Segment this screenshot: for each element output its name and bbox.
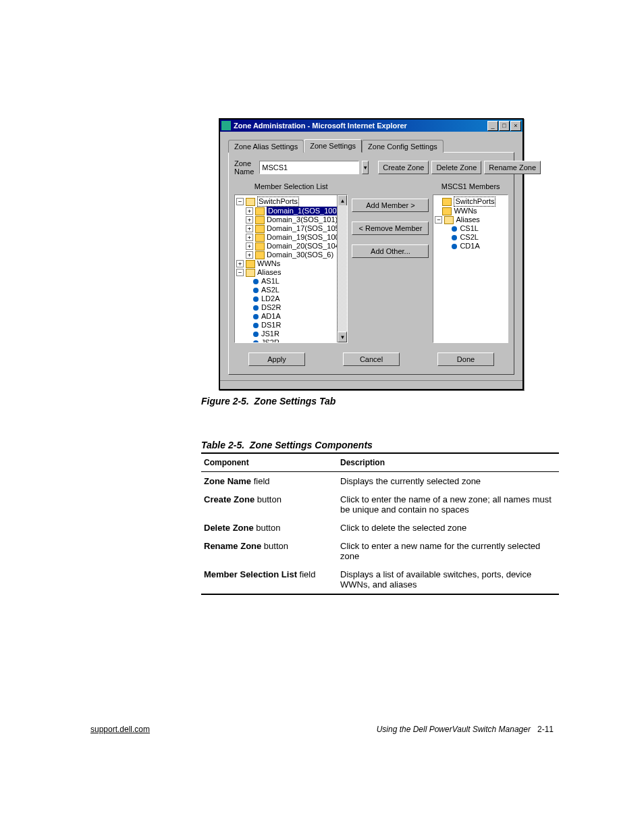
tree-alias[interactable]: AD1A xyxy=(261,312,281,321)
tree-domain-17[interactable]: Domain_17(SOS_105) xyxy=(267,224,342,233)
alias-dot-icon xyxy=(253,332,259,337)
member-selection-list[interactable]: −SwitchPorts +Domain_1(SOS_100) +Domain_… xyxy=(234,194,348,343)
alias-dot-icon xyxy=(253,279,259,284)
titlebar: Zone Administration - Microsoft Internet… xyxy=(220,120,522,132)
tree-aliases[interactable]: Aliases xyxy=(257,268,281,277)
folder-open-icon xyxy=(444,216,454,224)
members-header: MSCS1 Members xyxy=(433,182,508,190)
folder-icon xyxy=(442,198,452,206)
statusbar xyxy=(220,380,522,389)
remove-member-button[interactable]: < Remove Member xyxy=(352,221,429,235)
member-switchports[interactable]: SwitchPorts xyxy=(454,197,495,207)
table-row: Delete Zone button Click to delete the s… xyxy=(201,519,559,537)
alias-dot-icon xyxy=(253,314,259,319)
col-description: Description xyxy=(338,453,559,472)
folder-icon xyxy=(255,207,265,215)
table-row: Member Selection List field Displays a l… xyxy=(201,565,559,594)
tree-alias[interactable]: JS2R xyxy=(261,338,279,343)
tree-domain-19[interactable]: Domain_19(SOS_1000) xyxy=(267,233,346,242)
folder-icon xyxy=(442,207,452,215)
components-table: Component Description Zone Name field Di… xyxy=(201,452,559,595)
scroll-down-icon[interactable]: ▼ xyxy=(338,332,347,342)
col-component: Component xyxy=(201,453,338,472)
footer-url: support.dell.com xyxy=(90,725,150,734)
alias-dot-icon xyxy=(452,226,457,232)
alias-dot-icon xyxy=(452,235,457,240)
alias-dot-icon xyxy=(253,305,259,311)
expand-icon[interactable]: + xyxy=(246,216,253,224)
delete-zone-button[interactable]: Delete Zone xyxy=(431,161,481,174)
maximize-button[interactable]: □ xyxy=(499,121,510,131)
expand-icon[interactable]: + xyxy=(246,225,253,232)
tree-alias[interactable]: AS2L xyxy=(261,286,279,294)
rename-zone-button[interactable]: Rename Zone xyxy=(484,161,541,174)
member-wwns[interactable]: WWNs xyxy=(454,207,477,215)
tabs: Zone Alias Settings Zone Settings Zone C… xyxy=(228,138,514,152)
member-selection-header: Member Selection List xyxy=(234,182,348,190)
zone-name-field[interactable] xyxy=(259,161,359,174)
table-row: Zone Name field Displays the currently s… xyxy=(201,472,559,491)
close-button[interactable]: × xyxy=(510,121,521,131)
alias-dot-icon xyxy=(253,296,259,302)
window-title: Zone Administration - Microsoft Internet… xyxy=(234,122,487,130)
tree-domain-1[interactable]: Domain_1(SOS_100) xyxy=(267,207,340,215)
table-caption: Table 2-5. Zone Settings Components xyxy=(201,440,373,450)
alias-dot-icon xyxy=(253,340,259,344)
collapse-icon[interactable]: − xyxy=(236,198,244,205)
expand-icon[interactable]: + xyxy=(246,207,253,215)
tree-alias[interactable]: JS1R xyxy=(261,330,279,338)
table-row: Create Zone button Click to enter the na… xyxy=(201,490,559,519)
alias-dot-icon xyxy=(253,288,259,293)
member-alias[interactable]: CS2L xyxy=(460,233,479,242)
apply-button[interactable]: Apply xyxy=(248,353,305,366)
expand-icon[interactable]: + xyxy=(236,260,244,267)
table-row: Rename Zone button Click to enter a new … xyxy=(201,537,559,565)
folder-icon xyxy=(255,251,265,259)
folder-icon xyxy=(255,216,265,224)
folder-icon xyxy=(255,225,265,233)
tree-wwns[interactable]: WWNs xyxy=(257,259,280,268)
add-other-button[interactable]: Add Other... xyxy=(352,244,429,258)
expand-icon[interactable]: + xyxy=(246,242,253,250)
ie-icon xyxy=(221,121,231,130)
member-aliases[interactable]: Aliases xyxy=(456,215,479,224)
collapse-icon[interactable]: − xyxy=(236,269,244,276)
tree-domain-30[interactable]: Domain_30(SOS_6) xyxy=(267,251,333,259)
tree-domain-20[interactable]: Domain_20(SOS_104) xyxy=(267,242,342,251)
footer-pageref: Using the Dell PowerVault Switch Manager… xyxy=(377,725,554,734)
folder-icon xyxy=(255,234,265,242)
tree-alias[interactable]: DS2R xyxy=(261,303,281,312)
member-alias[interactable]: CS1L xyxy=(460,224,479,233)
tree-alias[interactable]: DS1R xyxy=(261,321,281,330)
alias-dot-icon xyxy=(253,323,259,328)
tab-zone-config-settings[interactable]: Zone Config Settings xyxy=(362,140,444,153)
tab-zone-settings[interactable]: Zone Settings xyxy=(304,139,362,153)
expand-icon[interactable]: + xyxy=(246,234,253,241)
done-button[interactable]: Done xyxy=(437,353,494,366)
folder-icon xyxy=(255,242,265,251)
expand-icon[interactable]: + xyxy=(246,251,253,259)
alias-dot-icon xyxy=(452,244,457,249)
scrollbar[interactable]: ▲ ▼ xyxy=(337,195,347,342)
zone-members-list[interactable]: SwitchPorts WWNs −Aliases CS1L CS2L CD1A xyxy=(433,194,508,343)
page-footer: support.dell.com Using the Dell PowerVau… xyxy=(90,725,554,734)
tree-alias[interactable]: AS1L xyxy=(261,277,279,286)
tab-zone-alias-settings[interactable]: Zone Alias Settings xyxy=(228,140,304,153)
collapse-icon[interactable]: − xyxy=(435,216,442,224)
scroll-up-icon[interactable]: ▲ xyxy=(338,195,347,206)
minimize-button[interactable]: _ xyxy=(487,121,498,131)
folder-open-icon xyxy=(246,269,255,277)
add-member-button[interactable]: Add Member > xyxy=(352,199,429,212)
tree-switchports[interactable]: SwitchPorts xyxy=(257,197,299,207)
tab-panel: Zone Name ▼ Create Zone Delete Zone Rena… xyxy=(228,152,514,375)
tree-domain-3[interactable]: Domain_3(SOS_101) xyxy=(267,215,338,224)
tree-alias[interactable]: LD2A xyxy=(261,294,280,303)
member-alias[interactable]: CD1A xyxy=(460,242,479,251)
folder-icon xyxy=(246,260,255,268)
create-zone-button[interactable]: Create Zone xyxy=(378,161,429,174)
zone-name-dropdown[interactable]: ▼ xyxy=(362,161,369,174)
folder-open-icon xyxy=(246,198,255,206)
figure-caption: Figure 2-5. Zone Settings Tab xyxy=(201,396,336,407)
cancel-button[interactable]: Cancel xyxy=(343,353,400,366)
zone-name-label: Zone Name xyxy=(234,159,254,176)
